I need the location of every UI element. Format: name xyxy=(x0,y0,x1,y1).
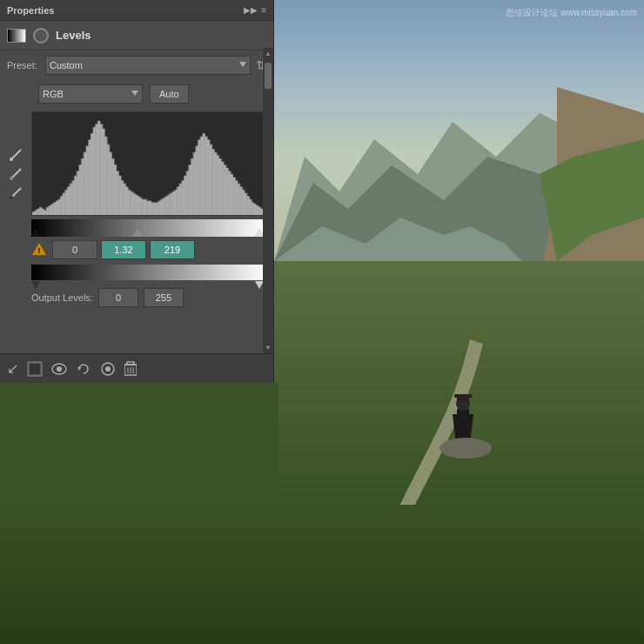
histogram-canvas xyxy=(32,112,265,215)
panel-header-icons: ▶▶ ≡ xyxy=(244,5,266,15)
scroll-thumb[interactable] xyxy=(265,63,272,89)
reset-button[interactable] xyxy=(76,361,91,377)
scroll-up[interactable]: ▲ xyxy=(263,48,273,59)
tool-icons xyxy=(7,146,24,202)
black-point-tool[interactable] xyxy=(7,184,24,202)
output-levels-label: Output Levels: xyxy=(31,292,93,303)
output-black-slider[interactable] xyxy=(31,281,40,289)
white-point-tool[interactable] xyxy=(7,146,24,164)
input-slider-area[interactable] xyxy=(31,219,266,237)
svg-point-3 xyxy=(10,177,13,180)
scrollbar[interactable]: ▲ ▼ xyxy=(263,48,273,353)
output-max-input[interactable] xyxy=(144,288,184,307)
black-point-input[interactable] xyxy=(52,240,97,259)
channel-row: RGB Auto xyxy=(0,80,273,108)
levels-title: Levels xyxy=(56,29,91,42)
svg-rect-17 xyxy=(127,362,134,365)
delete-button[interactable] xyxy=(124,361,137,377)
output-gradient-bar[interactable] xyxy=(31,265,266,280)
auto-button[interactable]: Auto xyxy=(150,84,189,104)
svg-text:!: ! xyxy=(38,246,41,255)
channel-select[interactable]: RGB xyxy=(38,84,143,104)
levels-gradient-icon xyxy=(7,29,26,43)
output-min-input[interactable] xyxy=(98,288,138,307)
midtone-input[interactable] xyxy=(101,240,146,259)
white-point-input[interactable] xyxy=(150,240,195,259)
svg-point-1 xyxy=(10,158,13,161)
levels-circle-button[interactable] xyxy=(33,28,49,44)
warning-icon: ! xyxy=(31,241,49,258)
levels-title-bar: Levels xyxy=(0,21,273,50)
eye-button[interactable] xyxy=(51,363,67,375)
expand-icon[interactable]: ▶▶ xyxy=(244,5,258,15)
scroll-down[interactable]: ▼ xyxy=(263,342,273,353)
svg-point-11 xyxy=(57,366,62,372)
preview-button[interactable] xyxy=(100,361,116,377)
output-levels-row: Output Levels: xyxy=(0,280,273,310)
panel-header: Properties ▶▶ ≡ xyxy=(0,0,273,21)
black-point-slider[interactable] xyxy=(30,228,41,237)
input-values-row: ! xyxy=(0,237,273,263)
layer-arrow-button[interactable]: ↙ xyxy=(7,360,18,377)
preset-row: Preset: Custom ⇅ xyxy=(0,50,273,80)
watermark: 思综设计论坛 www.missyuan.com xyxy=(506,7,637,19)
histogram-area xyxy=(31,111,266,216)
mask-button[interactable] xyxy=(27,361,43,377)
svg-rect-9 xyxy=(30,364,40,374)
svg-point-5 xyxy=(10,196,13,199)
panel-title: Properties xyxy=(7,5,54,16)
menu-icon[interactable]: ≡ xyxy=(261,5,266,15)
svg-marker-12 xyxy=(77,367,81,371)
preset-label: Preset: xyxy=(7,60,40,70)
preset-select[interactable]: Custom xyxy=(45,56,251,75)
bottom-toolbar: ↙ xyxy=(0,353,273,383)
midtone-slider[interactable] xyxy=(132,228,143,237)
svg-point-14 xyxy=(105,366,111,372)
gray-point-tool[interactable] xyxy=(7,165,24,183)
properties-panel: Properties ▶▶ ≡ Levels Preset: Custom ⇅ … xyxy=(0,0,274,383)
